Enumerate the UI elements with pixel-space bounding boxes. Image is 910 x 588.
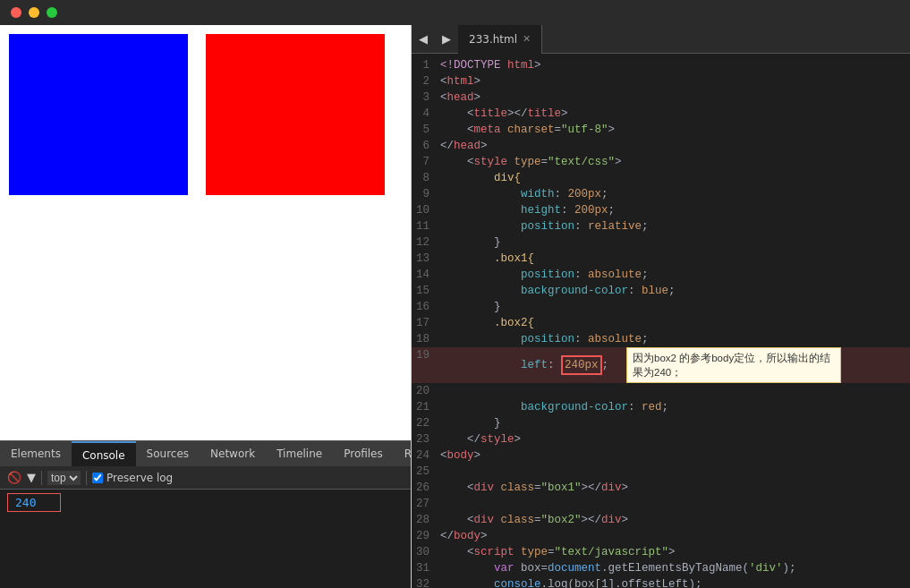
filter-icon[interactable]: ▼	[27, 471, 36, 484]
line-content: }	[440, 234, 910, 251]
token: =	[534, 514, 541, 526]
line-number: 25	[412, 464, 440, 480]
token: ;	[642, 220, 649, 233]
line-number: 5	[412, 122, 440, 138]
code-line: 18 position: absolute;	[412, 331, 910, 347]
line-content: height: 200px;	[440, 202, 910, 218]
line-content: .box2{	[440, 315, 910, 331]
line-content: background-color: blue;	[440, 283, 910, 299]
devtools-toolbar: 🚫 ▼ top Preserve log	[0, 466, 411, 490]
token	[440, 401, 521, 413]
code-line: 3<head>	[412, 89, 910, 106]
tab-timeline[interactable]: Timeline	[266, 441, 333, 466]
preserve-log-label[interactable]: Preserve log	[92, 472, 173, 484]
token: >	[622, 514, 629, 526]
token: }	[440, 236, 501, 249]
token: :	[574, 220, 588, 233]
token: >	[481, 140, 488, 152]
token: <	[440, 546, 474, 558]
token: div	[601, 514, 622, 526]
code-line: 22 }	[412, 415, 910, 431]
line-number: 8	[412, 170, 440, 186]
nav-forward-button[interactable]: ▶	[435, 25, 458, 54]
token: red	[642, 401, 662, 413]
line-number: 6	[412, 138, 440, 154]
code-annotation: 因为box2 的参考body定位，所以输出的结果为240；	[626, 347, 841, 383]
preview-content	[0, 25, 411, 440]
line-number: 23	[412, 431, 440, 447]
code-line: 20	[412, 383, 910, 399]
context-dropdown[interactable]: top	[47, 471, 81, 485]
nav-back-button[interactable]: ◀	[412, 25, 435, 54]
line-content: position: absolute;	[440, 267, 910, 283]
token: class	[501, 481, 535, 494]
close-tab-icon[interactable]: ✕	[523, 33, 531, 45]
token: body	[454, 530, 481, 542]
code-line: 25	[412, 464, 910, 480]
line-number: 1	[412, 57, 440, 73]
line-content: <!DOCTYPE html>	[440, 57, 910, 73]
line-number: 18	[412, 331, 440, 347]
token: <	[440, 514, 474, 526]
token: background-color	[521, 285, 628, 297]
line-number: 28	[412, 512, 440, 528]
line-number: 27	[412, 496, 440, 512]
tab-console[interactable]: Console	[72, 441, 136, 466]
token: >	[615, 156, 622, 168]
line-number: 12	[412, 234, 440, 251]
token: html	[507, 59, 534, 72]
token: ;	[662, 401, 669, 413]
token: head	[454, 140, 481, 152]
token: position	[521, 333, 574, 345]
tab-sources[interactable]: Sources	[136, 441, 200, 466]
line-content: }	[440, 415, 910, 431]
line-number: 20	[412, 383, 440, 399]
console-value: 240	[7, 493, 61, 512]
code-tabs-bar: ◀ ▶ 233.html ✕	[412, 25, 910, 54]
maximize-button[interactable]	[47, 7, 57, 18]
token: }	[440, 417, 501, 430]
line-number: 30	[412, 544, 440, 560]
token: div{	[440, 172, 521, 184]
token: ;	[642, 333, 649, 345]
line-content: <div class="box2"></div>	[440, 512, 910, 528]
token: </	[440, 530, 454, 542]
line-content: <body>	[440, 447, 910, 464]
token: ;	[608, 204, 616, 217]
code-line: 1<!DOCTYPE html>	[412, 57, 910, 73]
code-tab-file[interactable]: 233.html ✕	[458, 25, 542, 54]
highlight-value: 240px	[561, 355, 602, 375]
tab-elements[interactable]: Elements	[0, 441, 72, 466]
token: :	[628, 285, 642, 297]
red-box	[206, 34, 385, 195]
line-content: </style>	[440, 431, 910, 447]
token: <	[440, 156, 474, 168]
token: >	[474, 449, 481, 462]
code-line: 13 .box1{	[412, 251, 910, 267]
token: height	[521, 204, 561, 217]
token: var	[440, 562, 521, 575]
line-number: 16	[412, 299, 440, 315]
code-pane: ◀ ▶ 233.html ✕ 1<!DOCTYPE html>2<html>3<…	[412, 25, 910, 588]
clear-console-icon[interactable]: 🚫	[7, 471, 21, 484]
main-area: Elements Console Sources Network Timelin…	[0, 25, 910, 588]
token: document	[548, 562, 601, 575]
token: .box2{	[440, 317, 534, 329]
token: <!DOCTYPE	[440, 59, 507, 72]
token: :	[574, 268, 588, 281]
token	[440, 285, 521, 297]
line-number: 7	[412, 154, 440, 170]
token: </	[440, 433, 481, 446]
tab-network[interactable]: Network	[200, 441, 266, 466]
tab-profiles[interactable]: Profiles	[333, 441, 394, 466]
token: .getElementsByTagName(	[601, 562, 749, 575]
code-line: 5 <meta charset="utf-8">	[412, 122, 910, 138]
preserve-log-checkbox[interactable]	[92, 473, 103, 483]
context-selector[interactable]: top	[47, 471, 81, 485]
minimize-button[interactable]	[29, 7, 39, 18]
close-button[interactable]	[11, 7, 21, 18]
code-line: 10 height: 200px;	[412, 202, 910, 218]
token	[440, 359, 521, 371]
line-number: 10	[412, 202, 440, 218]
token: body	[447, 449, 474, 462]
